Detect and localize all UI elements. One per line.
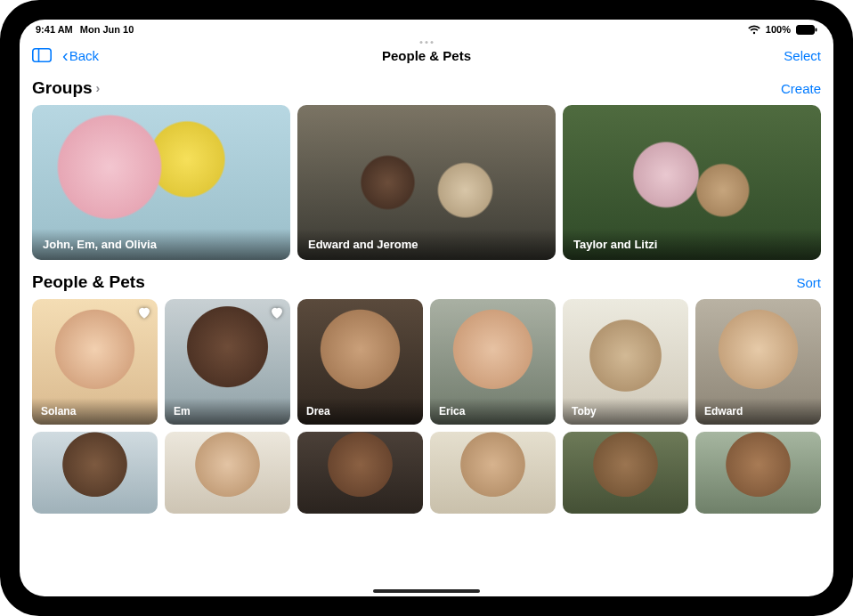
ipad-device-frame: 9:41 AM Mon Jun 10 100% <box>0 0 853 616</box>
people-title-label: People & Pets <box>32 272 145 292</box>
person-name: Toby <box>563 398 688 425</box>
nav-bar: ‹ Back People & Pets Select <box>20 37 833 73</box>
create-group-button[interactable]: Create <box>781 81 821 96</box>
person-card[interactable]: Drea <box>297 299 423 425</box>
status-bar: 9:41 AM Mon Jun 10 100% <box>20 20 833 37</box>
page-title: People & Pets <box>382 48 471 63</box>
screen: 9:41 AM Mon Jun 10 100% <box>20 20 833 596</box>
status-time: 9:41 AM <box>36 24 73 35</box>
person-card[interactable] <box>695 432 821 514</box>
groups-row: John, Em, and Olivia Edward and Jerome T… <box>32 105 821 260</box>
person-card[interactable]: Edward <box>695 299 821 425</box>
favorite-heart-icon <box>136 304 152 320</box>
svg-rect-1 <box>816 28 817 32</box>
person-name: Solana <box>32 398 158 425</box>
person-card[interactable]: Solana <box>32 299 158 425</box>
groups-title[interactable]: Groups › <box>32 78 100 98</box>
person-card[interactable] <box>297 432 423 514</box>
people-grid: Solana Em Drea Erica Toby <box>32 299 821 425</box>
favorite-heart-icon <box>269 304 285 320</box>
person-name: Em <box>165 398 290 425</box>
people-title: People & Pets <box>32 272 145 292</box>
home-indicator[interactable] <box>373 589 480 593</box>
sidebar-toggle-icon[interactable] <box>32 46 53 64</box>
people-header: People & Pets Sort <box>32 272 821 292</box>
group-label: Edward and Jerome <box>297 229 556 260</box>
svg-rect-2 <box>33 49 51 61</box>
group-card[interactable]: John, Em, and Olivia <box>32 105 290 260</box>
content-scroll[interactable]: Groups › Create John, Em, and Olivia Edw… <box>20 73 833 596</box>
chevron-left-icon: ‹ <box>62 46 69 64</box>
status-right: 100% <box>748 24 817 36</box>
back-button[interactable]: ‹ Back <box>62 46 99 64</box>
person-card[interactable]: Erica <box>430 299 556 425</box>
person-card[interactable] <box>430 432 556 514</box>
people-grid-row2 <box>32 432 821 514</box>
wifi-icon <box>748 24 760 36</box>
chevron-right-icon: › <box>96 81 101 95</box>
battery-icon <box>796 24 817 36</box>
person-name: Drea <box>297 398 423 425</box>
back-label: Back <box>69 48 99 63</box>
groups-header: Groups › Create <box>32 78 821 98</box>
person-card[interactable] <box>563 432 688 514</box>
select-button[interactable]: Select <box>784 48 821 63</box>
status-date: Mon Jun 10 <box>80 24 134 35</box>
svg-rect-0 <box>797 26 815 35</box>
groups-title-label: Groups <box>32 78 93 98</box>
person-name: Edward <box>695 398 821 425</box>
group-card[interactable]: Edward and Jerome <box>297 105 556 260</box>
group-label: John, Em, and Olivia <box>32 229 290 260</box>
person-name: Erica <box>430 398 556 425</box>
person-card[interactable]: Toby <box>563 299 688 425</box>
group-label: Taylor and Litzi <box>563 229 821 260</box>
battery-percent: 100% <box>766 24 791 35</box>
group-card[interactable]: Taylor and Litzi <box>563 105 821 260</box>
sort-button[interactable]: Sort <box>796 275 821 290</box>
person-card[interactable] <box>32 432 158 514</box>
person-card[interactable]: Em <box>165 299 290 425</box>
person-card[interactable] <box>165 432 290 514</box>
status-left: 9:41 AM Mon Jun 10 <box>36 24 134 35</box>
